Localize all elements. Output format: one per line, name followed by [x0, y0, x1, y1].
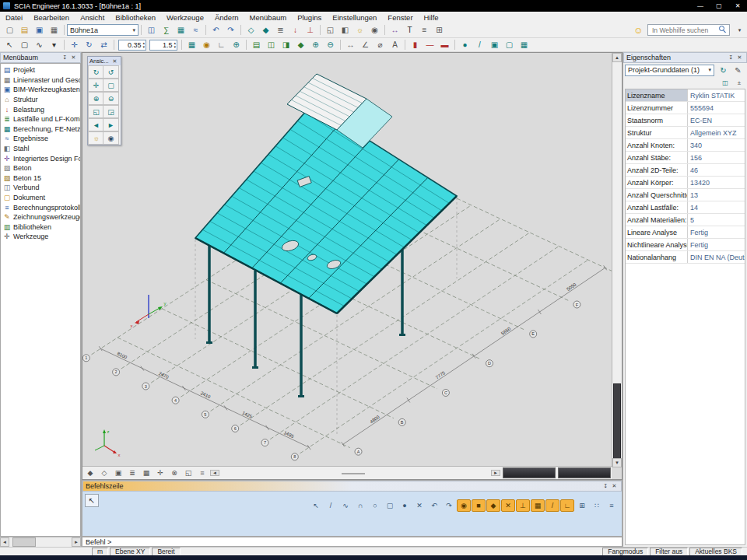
zoom-fit-icon[interactable]: ◱ — [88, 105, 104, 118]
origin-icon[interactable]: ⊕ — [229, 38, 244, 51]
delete-icon[interactable]: ✕ — [412, 499, 426, 512]
property-label[interactable]: Anzahl Stäbe: — [626, 152, 688, 163]
property-label[interactable]: Nichtlineare Analyse — [626, 239, 688, 250]
screenshot-icon[interactable]: ◉ — [367, 23, 382, 37]
new-document-icon[interactable]: ▢ — [2, 23, 17, 37]
results-icon[interactable]: ≈ — [188, 23, 203, 37]
undo-icon[interactable]: ↶ — [209, 23, 223, 37]
text-icon[interactable]: T — [402, 23, 417, 37]
scroll-thumb[interactable] — [12, 537, 36, 547]
pick-icon[interactable]: ↖ — [309, 499, 323, 512]
view-options-icon[interactable]: ≡ — [195, 467, 209, 479]
property-label[interactable]: Anzahl Knoten: — [626, 139, 688, 151]
scroll-right-icon[interactable]: ► — [491, 470, 500, 476]
minimize-icon[interactable]: — — [691, 0, 710, 12]
menu-hilfe[interactable]: Hilfe — [419, 13, 444, 22]
menu-fenster[interactable]: Fenster — [382, 13, 418, 22]
move-icon[interactable]: ✛ — [67, 38, 82, 51]
property-label[interactable]: Anzahl Querschnitte: — [626, 189, 688, 201]
property-label[interactable]: Anzahl Materialien: — [626, 214, 688, 226]
arc-tool-icon[interactable]: ∩ — [353, 499, 367, 512]
menu-plugins[interactable]: Plugins — [292, 13, 327, 22]
refresh-properties-icon[interactable]: ↻ — [716, 64, 731, 77]
search-icon[interactable] — [719, 26, 727, 34]
property-label[interactable]: Nationalanhang — [626, 251, 688, 263]
plate-member-icon[interactable]: ▬ — [437, 38, 452, 51]
scale-spinner[interactable]: 0.35 ▴▾ — [118, 40, 146, 51]
supports-icon[interactable]: ⊥ — [303, 23, 317, 37]
labels-toggle-icon[interactable]: ≣ — [125, 467, 139, 479]
property-value[interactable]: 13420 — [688, 179, 710, 187]
view-top-icon[interactable]: ▤ — [249, 38, 264, 51]
property-label[interactable]: Staatsnorm — [626, 114, 688, 126]
property-value[interactable]: Ryklin STATIK — [688, 92, 735, 100]
cursor-mode-icon[interactable]: ↖ — [85, 494, 99, 507]
scroll-left-icon[interactable]: ◄ — [210, 470, 219, 476]
grid-toggle-icon[interactable]: ▦ — [139, 467, 153, 479]
layers-icon[interactable]: ≡ — [417, 23, 432, 37]
zoom-out-icon[interactable]: ⊖ — [323, 38, 338, 51]
property-value[interactable]: Fertig — [688, 229, 708, 236]
snap-perpendicular-icon[interactable]: ⊥ — [516, 499, 530, 512]
tree-item-verbund[interactable]: ◫Verbund — [1, 183, 80, 193]
shaded-icon[interactable]: ◆ — [258, 23, 273, 37]
dot-grid-icon[interactable]: ∷ — [590, 499, 604, 512]
close-icon[interactable]: ✕ — [69, 54, 78, 62]
scroll-right-icon[interactable]: ► — [72, 537, 81, 547]
fe-mesh-icon[interactable]: ▦ — [517, 38, 531, 51]
axes-toggle-icon[interactable]: ✛ — [153, 467, 167, 479]
save-icon[interactable]: ▣ — [32, 23, 47, 37]
zoom-window-icon[interactable]: ▢ — [103, 79, 119, 92]
active-view-combo[interactable]: Bühne1a ▾ — [67, 24, 139, 36]
tree-item-lastfälle-und-lf-kombinationen[interactable]: ≣Lastfälle und LF-Kombinationen — [1, 114, 80, 124]
pin-icon[interactable]: ↧ — [601, 482, 610, 491]
close-icon[interactable]: ✕ — [610, 482, 619, 491]
status-fangmodus[interactable]: Fangmodus — [602, 548, 648, 556]
tree-item-stahl[interactable]: ◧Stahl — [1, 144, 80, 154]
column-member-icon[interactable]: ▮ — [408, 38, 423, 51]
diameter-icon[interactable]: ⌀ — [373, 38, 388, 51]
tree-item-berechnung-fe-netz[interactable]: ▦Berechnung, FE-Netz — [1, 124, 80, 135]
webhelp-search-input[interactable] — [651, 26, 719, 35]
model-canvas[interactable]: 8100247024101425148512345678480077755650… — [82, 53, 622, 480]
tree-item-projekt[interactable]: ▤Projekt — [1, 65, 80, 75]
zoom-in-icon[interactable]: ⊕ — [88, 92, 104, 105]
scroll-thumb[interactable] — [613, 383, 621, 460]
labels-icon[interactable]: ≣ — [273, 23, 288, 37]
property-label[interactable]: Lizenzname — [626, 89, 688, 101]
polyline-tool-icon[interactable]: ∿ — [338, 499, 352, 512]
spinner-arrows-icon[interactable]: ▴▾ — [174, 41, 177, 48]
property-group-combo[interactable]: Projekt-Grunddaten (1) ▾ — [625, 65, 714, 76]
tree-item-werkzeuge[interactable]: ✛Werkzeuge — [1, 232, 80, 242]
palette-titlebar[interactable]: Ansic... ✕ — [88, 57, 121, 65]
tree-item-beton-15[interactable]: ▨Beton 15 — [1, 173, 80, 184]
zoom-all-icon[interactable]: ◲ — [103, 105, 119, 118]
pin-icon[interactable]: ↧ — [727, 54, 735, 62]
snap-line-icon[interactable]: / — [545, 499, 559, 512]
menu-bearbeiten[interactable]: Bearbeiten — [28, 13, 75, 22]
tree-item-integriertes-design-forms[interactable]: ✛Integriertes Design Forms — [1, 153, 80, 163]
help-assistant-icon[interactable]: ☺ — [632, 25, 645, 36]
actions-expand-icon[interactable]: ± — [733, 77, 745, 88]
zoom-out-icon[interactable]: ⊖ — [103, 92, 119, 105]
tree-item-ergebnisse[interactable]: ≈Ergebnisse — [1, 134, 80, 144]
snap-grid-icon[interactable]: ▦ — [531, 499, 545, 512]
property-value[interactable]: 156 — [688, 154, 702, 162]
next-view-icon[interactable]: ► — [103, 118, 119, 131]
status-m[interactable]: m — [92, 548, 108, 556]
close-icon[interactable]: ✕ — [728, 0, 747, 12]
property-value[interactable]: Fertig — [688, 241, 708, 249]
circle-tool-icon[interactable]: ○ — [368, 499, 382, 512]
orbit-view-icon[interactable]: ↺ — [103, 65, 119, 79]
pan-icon[interactable]: ✛ — [88, 79, 104, 92]
snap-ortho-icon[interactable]: ∟ — [560, 499, 574, 512]
property-label[interactable]: Struktur — [626, 127, 688, 138]
property-value[interactable]: 13 — [688, 191, 698, 199]
property-label[interactable]: Anzahl 2D-Teile: — [626, 164, 688, 176]
menu-ändern[interactable]: Ändern — [209, 13, 244, 22]
rect-tool-icon[interactable]: ▢ — [383, 499, 397, 512]
view-side-icon[interactable]: ◨ — [279, 38, 293, 51]
table-icon[interactable]: ⊞ — [432, 23, 447, 37]
print-icon[interactable]: ▦ — [47, 23, 61, 37]
snap-node-icon[interactable]: ◉ — [457, 499, 471, 512]
